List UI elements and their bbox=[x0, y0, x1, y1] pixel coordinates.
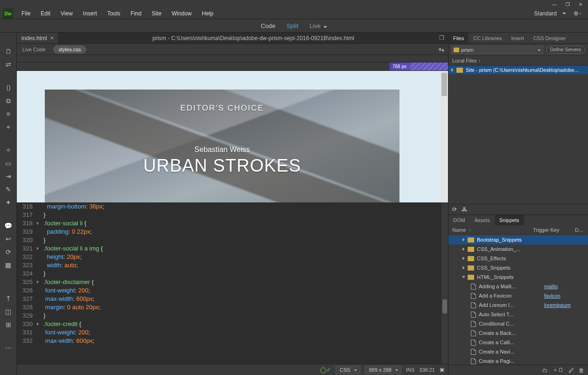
define-servers-button[interactable]: Define Servers bbox=[546, 46, 585, 54]
menu-find[interactable]: Find bbox=[126, 8, 146, 19]
live-code-toggle[interactable]: Live Code bbox=[17, 44, 51, 55]
code-line[interactable]: 316 margin-bottom: 36px; bbox=[17, 202, 448, 211]
menu-site[interactable]: Site bbox=[147, 8, 166, 19]
snippet-folder[interactable]: CSS_Snippets bbox=[448, 263, 588, 272]
snippet-item[interactable]: Create a Pagi... bbox=[448, 356, 588, 365]
code-scrollbar[interactable] bbox=[441, 202, 448, 364]
close-tab-icon[interactable]: ✕ bbox=[50, 35, 54, 41]
snippets-header[interactable]: Name ↑ Trigger Key D... bbox=[448, 225, 588, 235]
snippet-folder[interactable]: CSS_Animation_... bbox=[448, 244, 588, 254]
right-tab-css-designer[interactable]: CSS Designer bbox=[529, 33, 571, 43]
view-split-button[interactable]: Split bbox=[281, 21, 304, 31]
view-code-button[interactable]: Code bbox=[255, 21, 281, 31]
snippet-item[interactable]: Auto Select T... bbox=[448, 310, 588, 319]
format-icon[interactable]: ✧ bbox=[4, 146, 13, 155]
code-line[interactable]: 318▼ .footer-social li { bbox=[17, 219, 448, 228]
status-preview-icon[interactable]: ▣ bbox=[440, 367, 444, 373]
edit-snippet-icon[interactable]: 🖉 bbox=[568, 367, 574, 374]
right-tab-cc-libraries[interactable]: CC Libraries bbox=[469, 33, 506, 43]
menu-window[interactable]: Window bbox=[167, 8, 196, 19]
snippet-tab-assets[interactable]: Assets bbox=[470, 215, 495, 225]
menu-view[interactable]: View bbox=[56, 8, 77, 19]
code-line[interactable]: 328 margin: 0 auto 20px; bbox=[17, 303, 448, 312]
sync-settings-icon[interactable]: ⚙✓ bbox=[571, 10, 585, 17]
pin-icon[interactable]: ✦ bbox=[4, 198, 13, 207]
list-icon[interactable]: ≡ bbox=[4, 109, 13, 118]
view-live-button[interactable]: Live bbox=[304, 21, 333, 31]
snippet-item[interactable]: Create a Back... bbox=[448, 328, 588, 338]
refresh-icon[interactable]: ⟳ bbox=[452, 206, 457, 213]
snippet-item[interactable]: Create a Navi... bbox=[448, 347, 588, 356]
menu-tools[interactable]: Tools bbox=[103, 8, 125, 19]
code-line[interactable]: 326 font-weight: 200; bbox=[17, 286, 448, 295]
snippet-item[interactable]: Conditional C... bbox=[448, 319, 588, 328]
comment-icon[interactable]: 💬 bbox=[4, 221, 13, 230]
wrap-icon[interactable]: ↩ bbox=[4, 234, 13, 243]
right-tab-files[interactable]: Files bbox=[448, 33, 469, 43]
snippet-tab-snippets[interactable]: Snippets bbox=[495, 215, 524, 225]
highlight-icon[interactable]: ▦ bbox=[4, 260, 13, 270]
status-dimensions-select[interactable]: 899 x 288 bbox=[365, 366, 401, 374]
snippet-item[interactable]: Create a Calli... bbox=[448, 338, 588, 347]
snippet-item[interactable]: Adding a Mailt...mailto bbox=[448, 282, 588, 291]
delete-snippet-icon[interactable]: 🗑 bbox=[579, 367, 584, 374]
snippet-item[interactable]: Add Loreum I...loremipsum bbox=[448, 300, 588, 310]
menu-help[interactable]: Help bbox=[197, 8, 218, 19]
document-window-icon[interactable]: ❐ bbox=[439, 35, 444, 41]
snippet-folder[interactable]: CSS_Effects bbox=[448, 254, 588, 263]
code-line[interactable]: 327 max-width: 600px; bbox=[17, 295, 448, 303]
code-line[interactable]: 330▼ .footer-credit { bbox=[17, 320, 448, 328]
fold-icon[interactable]: ▼ bbox=[35, 278, 40, 286]
status-insert-mode[interactable]: INS bbox=[406, 367, 414, 373]
window-restore-button[interactable]: ❐ bbox=[562, 1, 573, 7]
more-tools-icon[interactable]: ⋯ bbox=[4, 343, 13, 353]
new-folder-icon[interactable]: 🗀 bbox=[542, 367, 548, 374]
workspace-switcher[interactable]: Standard bbox=[530, 10, 570, 17]
dom-panel-icon[interactable]: ⊞ bbox=[4, 320, 13, 329]
code-line[interactable]: 331 font-weight: 200; bbox=[17, 328, 448, 337]
live-scrollbar[interactable] bbox=[441, 71, 448, 202]
status-language-select[interactable]: CSS bbox=[336, 366, 360, 374]
git-icon[interactable]: 🖧 bbox=[462, 206, 467, 213]
site-root-node[interactable]: Site - prism (C:\Users\nishkuma\Desktop\… bbox=[448, 66, 588, 74]
code-line[interactable]: 322 height: 20px; bbox=[17, 253, 448, 261]
menu-insert[interactable]: Insert bbox=[78, 8, 102, 19]
code-line[interactable]: 324 } bbox=[17, 270, 448, 278]
file-manage-icon[interactable]: 🗋 bbox=[4, 47, 13, 56]
menu-file[interactable]: File bbox=[17, 8, 35, 19]
live-preview[interactable]: EDITOR'S CHOICE Sebastian Weiss URBAN ST… bbox=[17, 71, 448, 202]
site-select[interactable]: prism bbox=[451, 46, 543, 54]
menu-edit[interactable]: Edit bbox=[36, 8, 55, 19]
new-snippet-icon[interactable]: ＋🗋 bbox=[553, 366, 564, 374]
snippet-tab-dom[interactable]: DOM bbox=[448, 215, 470, 225]
code-editor[interactable]: 316 margin-bottom: 36px;317 }318▼ .foote… bbox=[17, 202, 448, 364]
right-tab-insert[interactable]: Insert bbox=[506, 33, 529, 43]
snippet-folder[interactable]: HTML_Snippets bbox=[448, 272, 588, 282]
address-bar[interactable] bbox=[17, 55, 448, 62]
local-files-header[interactable]: Local Files ↑ bbox=[448, 56, 588, 66]
code-line[interactable]: 329 } bbox=[17, 312, 448, 320]
css-sources-icon[interactable]: ⇄ bbox=[4, 60, 13, 69]
document-tab[interactable]: index.html ✕ bbox=[17, 33, 59, 43]
fold-icon[interactable]: ▼ bbox=[35, 244, 40, 253]
code-line[interactable]: 325▼ .footer-disclaimer { bbox=[17, 278, 448, 286]
related-stylesheet[interactable]: styles.css bbox=[53, 45, 87, 54]
snippets-panel-icon[interactable]: ◫ bbox=[4, 307, 13, 316]
code-line[interactable]: 319 padding: 0 22px; bbox=[17, 228, 448, 236]
collapse-icon[interactable]: ⧉ bbox=[4, 96, 13, 105]
window-close-button[interactable]: ✕ bbox=[575, 1, 586, 7]
select-parent-icon[interactable]: ▭ bbox=[4, 159, 13, 168]
fold-icon[interactable]: ▼ bbox=[35, 219, 40, 228]
indent-icon[interactable]: ⇥ bbox=[4, 172, 13, 181]
expand-all-icon[interactable]: ⟨⟩ bbox=[4, 83, 13, 92]
snippet-item[interactable]: Add a Faviconfavicon bbox=[448, 291, 588, 300]
code-line[interactable]: 320 } bbox=[17, 236, 448, 244]
move-up-icon[interactable]: ⤒ bbox=[4, 294, 13, 303]
fold-icon[interactable]: ▼ bbox=[35, 320, 40, 328]
filter-icon[interactable]: ▾▴ bbox=[439, 46, 444, 53]
window-minimize-button[interactable]: — bbox=[549, 1, 560, 7]
code-line[interactable]: 321▼ .footer-social li a img { bbox=[17, 244, 448, 253]
target-icon[interactable]: ⌖ bbox=[4, 122, 13, 132]
code-line[interactable]: 317 } bbox=[17, 211, 448, 219]
refresh-code-icon[interactable]: ⟳ bbox=[4, 247, 13, 257]
